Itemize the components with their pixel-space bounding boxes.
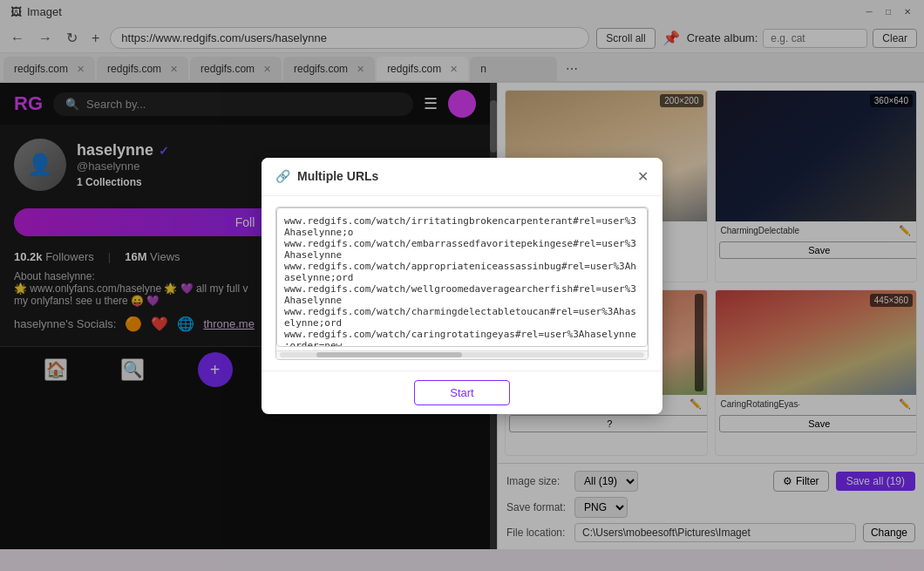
modal-title: 🔗 Multiple URLs: [275, 169, 378, 183]
modal-overlay[interactable]: 🔗 Multiple URLs ✕ Start: [0, 0, 924, 571]
modal-textarea-area: [275, 207, 649, 360]
modal-title-icon: 🔗: [275, 169, 290, 183]
modal-header: 🔗 Multiple URLs ✕: [262, 158, 662, 196]
modal-close-button[interactable]: ✕: [637, 168, 649, 185]
modal-urls-textarea[interactable]: [276, 207, 648, 347]
modal-hscroll-track: [280, 352, 644, 357]
modal-footer: Start: [262, 370, 662, 414]
modal-body: [262, 196, 662, 370]
modal-title-text: Multiple URLs: [297, 169, 378, 183]
modal-hscroll-thumb: [316, 352, 462, 357]
start-button[interactable]: Start: [414, 380, 509, 405]
modal-hscrollbar[interactable]: [276, 350, 648, 359]
multiple-urls-modal: 🔗 Multiple URLs ✕ Start: [262, 158, 662, 414]
